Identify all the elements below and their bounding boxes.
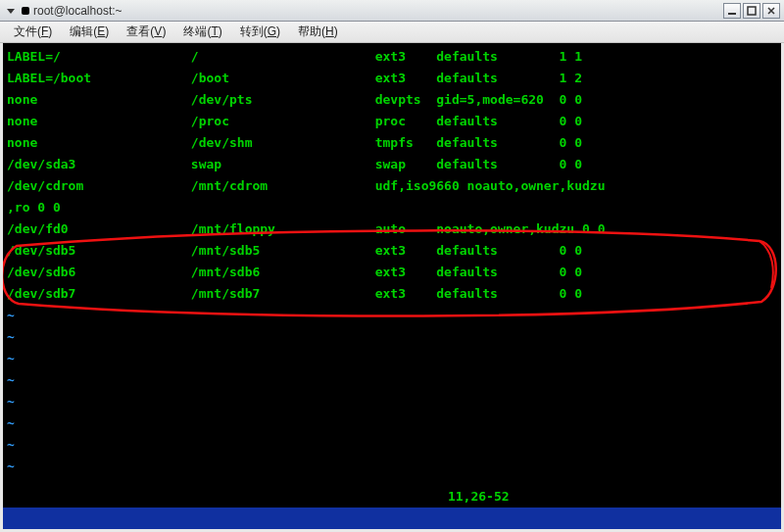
vim-tilde: ~ xyxy=(7,326,781,348)
window-titlebar: root@localhost:~ xyxy=(0,0,784,22)
fstab-line: none /proc proc defaults 0 0 xyxy=(7,111,781,132)
menu-bar: 文件(F) 编辑(E) 查看(V) 终端(T) 转到(G) 帮助(H) xyxy=(0,22,784,43)
menu-view[interactable]: 查看(V) xyxy=(119,22,173,42)
fstab-line: none /dev/shm tmpfs defaults 0 0 xyxy=(7,132,781,154)
menu-go[interactable]: 转到(G) xyxy=(232,22,288,42)
window-title: root@localhost:~ xyxy=(33,4,122,18)
menu-help[interactable]: 帮助(H) xyxy=(290,22,346,42)
window-app-icon xyxy=(22,7,29,15)
fstab-line: /dev/sda3 swap swap defaults 0 0 xyxy=(7,154,781,175)
vim-tilde: ~ xyxy=(7,305,781,326)
vim-tilde: ~ xyxy=(7,348,781,369)
window-maximize-button[interactable] xyxy=(743,3,760,19)
svg-rect-0 xyxy=(728,13,736,15)
fstab-line-wrap: ,ro 0 0 xyxy=(7,197,781,218)
window-minimize-button[interactable] xyxy=(723,3,741,19)
menu-file[interactable]: 文件(F) xyxy=(6,22,60,42)
svg-rect-1 xyxy=(748,7,756,15)
fstab-line: /dev/cdrom /mnt/cdrom udf,iso9660 noauto… xyxy=(7,175,781,197)
terminal-area[interactable]: LABEL=/ / ext3 defaults 1 1 LABEL=/boot … xyxy=(3,43,781,529)
vim-status-line: 11,26-52 xyxy=(3,486,781,508)
vim-tilde: ~ xyxy=(7,412,781,434)
vim-command-bar xyxy=(3,508,781,529)
vim-tilde: ~ xyxy=(7,456,781,477)
vim-tilde: ~ xyxy=(7,369,781,391)
fstab-line: /dev/sdb6 /mnt/sdb6 ext3 defaults 0 0 xyxy=(7,262,781,283)
fstab-line: /dev/sdb5 /mnt/sdb5 ext3 defaults 0 0 xyxy=(7,240,781,262)
window-close-button[interactable] xyxy=(762,3,780,19)
fstab-line: /dev/sdb7 /mnt/sdb7 ext3 defaults 0 0 xyxy=(7,283,781,305)
vim-tilde: ~ xyxy=(7,434,781,456)
fstab-line: LABEL=/ / ext3 defaults 1 1 xyxy=(7,46,781,68)
window-menu-dropdown-icon[interactable] xyxy=(4,4,18,18)
menu-terminal[interactable]: 终端(T) xyxy=(175,22,229,42)
fstab-line: none /dev/pts devpts gid=5,mode=620 0 0 xyxy=(7,89,781,111)
fstab-line: LABEL=/boot /boot ext3 defaults 1 2 xyxy=(7,68,781,89)
menu-edit[interactable]: 编辑(E) xyxy=(62,22,117,42)
vim-tilde: ~ xyxy=(7,391,781,412)
fstab-line: /dev/fd0 /mnt/floppy auto noauto,owner,k… xyxy=(7,218,781,240)
